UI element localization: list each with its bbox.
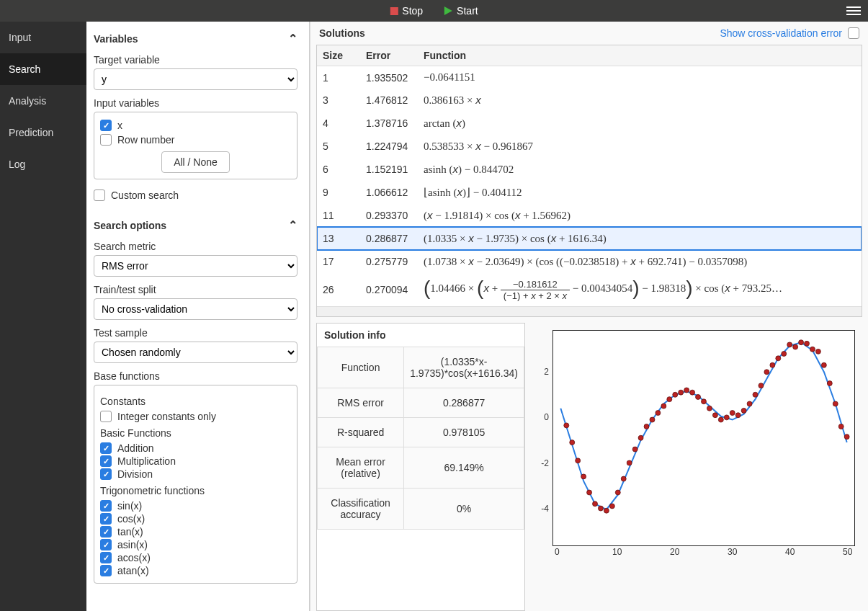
- basic-fn-checkbox[interactable]: [100, 455, 112, 467]
- info-value: 0.978105: [404, 418, 524, 447]
- data-point: [690, 390, 695, 395]
- solution-row[interactable]: 61.152191asinh (x) − 0.844702: [317, 158, 862, 181]
- solution-row[interactable]: 91.066612⌊asinh (x)⌋ − 0.404112: [317, 181, 862, 204]
- sidebar-item-analysis[interactable]: Analysis: [0, 85, 86, 117]
- y-tick-label: -4: [541, 504, 549, 514]
- solution-chart: -4-20201020304050: [552, 330, 855, 546]
- input-rownum-checkbox[interactable]: [100, 134, 112, 146]
- data-point: [833, 401, 838, 406]
- variables-title: Variables: [94, 33, 138, 45]
- stop-icon: [390, 7, 398, 15]
- variables-section-header[interactable]: Variables ⌃: [86, 22, 305, 53]
- data-point: [576, 458, 581, 463]
- sidebar-item-search[interactable]: Search: [0, 53, 86, 85]
- basic-functions-group-title: Basic Functions: [100, 423, 291, 442]
- cell-error: 0.286877: [360, 227, 418, 250]
- col-size[interactable]: Size: [317, 45, 360, 66]
- data-point: [821, 362, 826, 367]
- col-error[interactable]: Error: [360, 45, 418, 66]
- x-tick-label: 10: [612, 547, 622, 557]
- cell-error: 1.935502: [360, 66, 418, 89]
- data-point: [810, 347, 815, 352]
- search-metric-select[interactable]: RMS error: [94, 255, 297, 277]
- trig-fn-checkbox[interactable]: [100, 565, 112, 576]
- data-point: [787, 342, 792, 347]
- solution-row[interactable]: 31.4768120.386163 × x: [317, 89, 862, 112]
- data-point: [753, 392, 758, 397]
- basic-fn-checkbox[interactable]: [100, 442, 112, 454]
- target-variable-select[interactable]: y: [94, 68, 297, 90]
- cell-size: 17: [317, 250, 360, 273]
- data-point: [621, 476, 626, 481]
- data-point: [815, 349, 820, 354]
- cell-error: 1.476812: [360, 89, 418, 112]
- sidebar: InputSearchAnalysisPredictionLog: [0, 22, 86, 611]
- input-rownum-label: Row number: [117, 134, 174, 146]
- col-function[interactable]: Function: [418, 45, 862, 66]
- input-x-checkbox[interactable]: [100, 120, 112, 131]
- custom-search-checkbox[interactable]: [94, 189, 105, 201]
- stop-button[interactable]: Stop: [390, 5, 423, 17]
- solutions-title: Solutions: [319, 27, 365, 39]
- test-sample-select[interactable]: Chosen randomly: [94, 342, 297, 363]
- search-options-section-header[interactable]: Search options ⌃: [86, 208, 305, 239]
- input-x-label: x: [117, 120, 122, 131]
- solution-row[interactable]: 260.270094(1.04466 × (x + −0.181612(−1) …: [317, 273, 862, 306]
- start-button[interactable]: Start: [444, 5, 478, 17]
- cell-function: −0.0641151: [418, 66, 862, 89]
- int-constants-checkbox[interactable]: [100, 411, 112, 422]
- sidebar-item-prediction[interactable]: Prediction: [0, 117, 86, 148]
- cv-error-label[interactable]: Show cross-validation error: [720, 27, 842, 39]
- y-tick-label: 0: [544, 412, 549, 422]
- split-label: Train/test split: [86, 282, 305, 298]
- search-metric-label: Search metric: [86, 239, 305, 255]
- data-point: [650, 417, 655, 422]
- basic-fn-checkbox[interactable]: [100, 468, 112, 480]
- data-point: [844, 434, 849, 440]
- info-key: Classification accuracy: [318, 489, 404, 530]
- cell-error: 1.152191: [360, 158, 418, 181]
- fit-line: [560, 342, 846, 509]
- x-tick-label: 0: [555, 547, 560, 557]
- data-point: [799, 340, 804, 345]
- data-point: [747, 401, 752, 406]
- info-key: Function: [318, 347, 404, 388]
- solution-row[interactable]: 41.378716arctan (x): [317, 112, 862, 135]
- solution-row[interactable]: 11.935502−0.0641151: [317, 66, 862, 89]
- trig-fn-label: cos(x): [117, 513, 145, 525]
- data-point: [593, 501, 598, 507]
- base-functions-label: Base functions: [86, 369, 305, 385]
- data-point: [735, 413, 741, 418]
- int-constants-label: Integer constants only: [117, 411, 216, 422]
- test-sample-label: Test sample: [86, 326, 305, 342]
- solution-row[interactable]: 51.2247940.538533 × x − 0.961867: [317, 135, 862, 158]
- trig-fn-checkbox[interactable]: [100, 539, 112, 550]
- solutions-table[interactable]: Size Error Function 11.935502−0.06411513…: [316, 45, 862, 317]
- basic-fn-label: Addition: [117, 442, 154, 454]
- stop-label: Stop: [402, 5, 423, 17]
- solution-row[interactable]: 170.275779(1.0738 × x − 2.03649) × (cos …: [317, 250, 862, 273]
- all-none-button[interactable]: All / None: [161, 151, 230, 173]
- trig-fn-label: asin(x): [117, 539, 148, 550]
- data-point: [793, 344, 798, 349]
- sidebar-item-log[interactable]: Log: [0, 148, 86, 180]
- split-select[interactable]: No cross-validation: [94, 298, 297, 320]
- input-variables-box: x Row number All / None: [94, 112, 297, 179]
- info-value: (1.0335*x-1.9735)*cos(x+1616.34): [404, 347, 524, 388]
- cv-error-checkbox[interactable]: [848, 27, 859, 39]
- cell-error: 1.224794: [360, 135, 418, 158]
- cell-function: (1.0738 × x − 2.03649) × (cos ((−0.02385…: [418, 250, 862, 273]
- cell-size: 1: [317, 66, 360, 89]
- hamburger-menu-icon[interactable]: [846, 4, 861, 17]
- data-point: [661, 403, 666, 409]
- data-point: [679, 390, 684, 395]
- horizontal-scrollbar[interactable]: [317, 306, 862, 316]
- sidebar-item-input[interactable]: Input: [0, 22, 86, 53]
- trig-fn-checkbox[interactable]: [100, 526, 112, 538]
- solution-row[interactable]: 110.293370(x − 1.91814) × cos (x + 1.569…: [317, 204, 862, 227]
- cell-size: 6: [317, 158, 360, 181]
- trig-fn-checkbox[interactable]: [100, 513, 112, 525]
- trig-fn-checkbox[interactable]: [100, 552, 112, 563]
- trig-fn-checkbox[interactable]: [100, 500, 112, 512]
- solution-row[interactable]: 130.286877(1.0335 × x − 1.9735) × cos (x…: [317, 227, 862, 250]
